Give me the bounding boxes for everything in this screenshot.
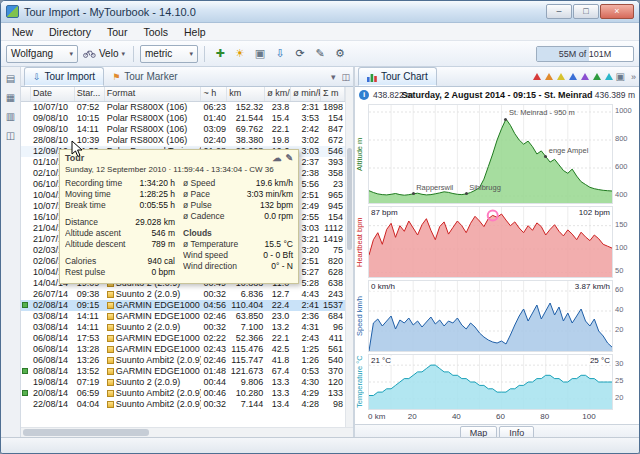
heartbeat-plot[interactable]: 87 bpm102 bpm (368, 206, 613, 278)
graph-power-button[interactable] (545, 73, 553, 80)
altitude-chart[interactable]: Altitude m RapperswilSihlbruggSt. Meinra… (355, 104, 639, 204)
graph-temperature-button[interactable] (605, 73, 613, 80)
view-menu-icon[interactable]: ▾ (328, 72, 339, 82)
device-icon (107, 357, 114, 364)
chart-right-value: 25 °C (589, 356, 611, 365)
table-row[interactable]: 20/08/1406:59Suunto Ambit2 (2.0.9)00:461… (21, 388, 345, 399)
photo-gallery-icon[interactable]: ▣ (251, 45, 269, 63)
edit-icon[interactable]: ✎ (311, 45, 329, 63)
photo-icon[interactable]: ▣ (613, 71, 628, 82)
memory-monitor[interactable]: 55M of 101M (536, 46, 634, 62)
y-axis-tick: 800 (615, 134, 628, 143)
calendar-icon[interactable]: ▦ (3, 89, 19, 105)
column-header[interactable]: Star... (75, 87, 105, 101)
x-axis-tick: 60 (496, 412, 505, 421)
table-row[interactable]: 06/08/1417:53GARMIN EDGE1000 (2.30)02:22… (21, 333, 345, 344)
title-bar[interactable]: Tour Import - MyTourbook - 14.10.0 – □ × (1, 1, 639, 23)
table-row[interactable]: 09/08/1010:15Polar RS800X (106)01:4021.5… (21, 113, 345, 124)
tab-tour-import[interactable]: ⇩ Tour Import (24, 67, 104, 86)
speed-chart[interactable]: Speed km/h 0 km/h3.87 km/h 204060 (355, 280, 639, 352)
column-header[interactable]: km (227, 87, 265, 101)
temperature-chart[interactable]: Temperature °C 21 °C25 °C 202530 (355, 354, 639, 410)
measurement-combobox[interactable]: metric ▾ (140, 45, 198, 63)
y-axis-tick: 25 (615, 376, 623, 385)
close-button[interactable]: × (600, 4, 634, 19)
table-row[interactable]: 02/08/1409:15GARMIN EDGE1000 (2.30)04:56… (21, 300, 345, 311)
maximize-view-icon[interactable]: ◫ (338, 72, 353, 82)
device-icon (107, 313, 114, 320)
horizontal-scrollbar-thumb[interactable] (23, 429, 149, 436)
table-row[interactable]: 19/08/1407:19Suunto 2 (2.0.9)00:449.8061… (21, 377, 345, 388)
table-row[interactable]: 22/08/1404:04Suunto Ambit2 (2.0.9)00:327… (21, 399, 345, 410)
horizontal-scrollbar[interactable] (21, 427, 353, 437)
toolbar-overflow-icon[interactable]: » (628, 72, 639, 82)
graph-speed-button[interactable] (569, 73, 577, 80)
vertical-scrollbar-thumb[interactable] (347, 148, 352, 250)
graph-gradient-button[interactable] (557, 73, 565, 80)
column-header[interactable]: ø min/km (291, 87, 321, 101)
minimize-button[interactable]: – (546, 4, 572, 19)
create-tour-icon[interactable]: ✚ (211, 45, 229, 63)
vertical-scrollbar[interactable] (345, 87, 353, 427)
person-combobox[interactable]: Wolfgang ▾ (6, 45, 78, 63)
quick-edit-icon[interactable]: ✎ (285, 153, 293, 163)
tooltip-stat: Wind direction0° - N (183, 261, 293, 272)
x-axis-tick: 80 (540, 412, 549, 421)
temperature-plot[interactable]: 21 °C25 °C (368, 354, 613, 410)
device-icon (107, 302, 114, 309)
table-row[interactable]: 10/07/1007:52Polar RS800X (106)06:23152.… (21, 102, 345, 113)
x-axis-tick: 20 (408, 412, 417, 421)
weather-icon[interactable]: ☁ (272, 153, 281, 163)
chart-left-value: 87 bpm (370, 208, 399, 217)
menu-tools[interactable]: Tools (135, 25, 176, 39)
chevron-down-icon: ▾ (189, 50, 193, 58)
menu-directory[interactable]: Directory (41, 25, 99, 39)
heartbeat-chart[interactable]: Heartbeat bpm 87 bpm102 bpm 50100150 (355, 206, 639, 278)
altitude-plot[interactable]: RapperswilSihlbruggSt. Meinrad - 950 men… (368, 104, 613, 204)
maximize-button[interactable]: □ (573, 4, 599, 19)
device-icon (107, 335, 114, 342)
tooltip-stat: Altitude ascent546 m (65, 228, 175, 239)
table-row[interactable]: 08/08/1413:52GARMIN EDGE1000 (2.30)01:48… (21, 366, 345, 377)
tour-compare-icon[interactable]: ◫ (3, 127, 19, 143)
column-header[interactable]: ø km/h (265, 87, 291, 101)
menu-tour[interactable]: Tour (99, 25, 135, 39)
y-axis-tick: 20 (615, 393, 623, 402)
weather-icon[interactable]: ☀ (231, 45, 249, 63)
tour-type-button[interactable]: Velo ▾ (81, 45, 127, 63)
table-row[interactable]: 09/08/1014:11Polar RS800X (106)03:0969.7… (21, 124, 345, 135)
x-axis-tick: 40 (452, 412, 461, 421)
tooltip-stat: Break time0:05:55 h (65, 200, 175, 211)
graph-pulse-button[interactable] (533, 73, 541, 80)
table-row[interactable]: 03/08/1414:11GARMIN EDGE1000 (2.30)02:46… (21, 311, 345, 322)
table-row[interactable]: 06/08/1413:28GARMIN EDGE1000 (2.30)02:43… (21, 344, 345, 355)
tour-book-icon[interactable]: ▤ (3, 70, 19, 86)
table-row[interactable]: 26/07/1409:38Suunto 2 (2.0.9)00:326.8361… (21, 289, 345, 300)
table-row[interactable]: 28/08/1010:39Polar RS800X (106)02:4038.3… (21, 135, 345, 146)
table-row[interactable]: 06/08/1413:26Suunto Ambit2 (2.0.9)02:461… (21, 355, 345, 366)
tab-tour-chart[interactable]: Tour Chart (358, 67, 437, 86)
speed-plot[interactable]: 0 km/h3.87 km/h (368, 280, 613, 352)
import-icon[interactable]: ⇩ (271, 45, 289, 63)
table-row[interactable]: 03/08/1414:11Suunto 2 (2.0.9)00:327.1001… (21, 322, 345, 333)
chart-annotation: St. Meinrad - 950 m (509, 108, 575, 117)
column-header[interactable]: ~ h (201, 87, 227, 101)
settings-icon[interactable]: ⚙ (331, 45, 349, 63)
window-title: Tour Import - MyTourbook - 14.10.0 (24, 6, 546, 18)
menu-help[interactable]: Help (176, 25, 214, 39)
tour-info-icon[interactable]: i (359, 90, 369, 100)
tab-tour-marker[interactable]: ⚑ Tour Marker (104, 67, 185, 86)
column-header[interactable] (21, 87, 31, 101)
column-header[interactable]: Date (31, 87, 75, 101)
column-header[interactable]: Σ m (321, 87, 345, 101)
menu-new[interactable]: New (4, 25, 41, 39)
column-header[interactable]: Format (105, 87, 202, 101)
chart-x-axis: 0 km20406080100 (368, 412, 613, 424)
y-axis-tick: 600 (615, 162, 628, 171)
refresh-icon[interactable]: ⟳ (291, 45, 309, 63)
graph-altitude-button[interactable] (593, 73, 601, 80)
x-axis-tick: 100 (582, 412, 595, 421)
chart-annotation: enge Ampel (549, 146, 589, 155)
graph-pace-button[interactable] (581, 73, 589, 80)
statistics-icon[interactable]: ▥ (3, 108, 19, 124)
